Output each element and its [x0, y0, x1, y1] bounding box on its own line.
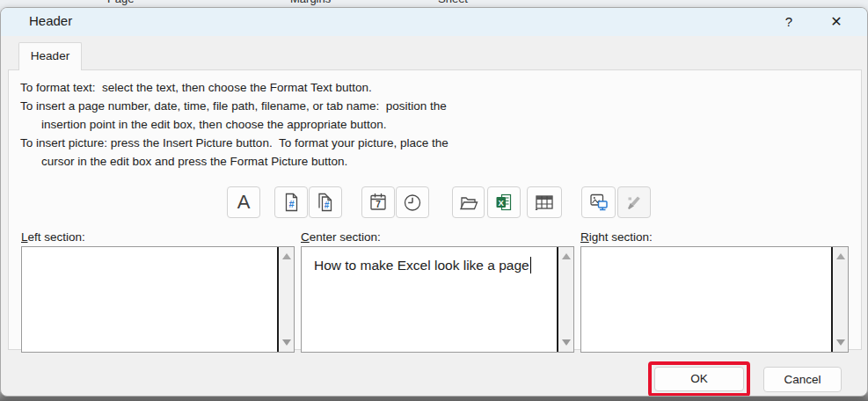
header-tab-panel: To format text: select the text, then ch…	[8, 69, 862, 350]
svg-text:7: 7	[376, 200, 381, 209]
insert-date-button[interactable]: 7	[361, 186, 395, 218]
svg-text:X: X	[499, 198, 505, 208]
picture-icon	[588, 192, 609, 213]
background-tab-fragment: Margins	[290, 0, 331, 5]
instruction-line: To format text: select the text, then ch…	[20, 78, 449, 97]
instruction-line: cursor in the edit box and press the For…	[20, 152, 449, 171]
format-picture-button[interactable]	[617, 186, 651, 218]
center-section-textarea[interactable]: How to make Excel look like a page	[301, 246, 574, 353]
instruction-line: insertion point in the edit box, then ch…	[20, 115, 449, 134]
insert-page-number-button[interactable]: #	[274, 186, 308, 218]
close-icon[interactable]: ✕	[824, 11, 849, 33]
scroll-down-icon[interactable]	[282, 339, 291, 346]
format-picture-brush-icon	[624, 192, 645, 213]
insert-file-path-button[interactable]	[452, 186, 485, 218]
left-section-textarea[interactable]	[21, 246, 295, 353]
instructions-text: To format text: select the text, then ch…	[20, 78, 449, 171]
left-section-label: Left section:	[21, 230, 85, 244]
scroll-down-icon[interactable]	[562, 339, 571, 346]
cancel-button[interactable]: Cancel	[763, 367, 842, 392]
center-section-label: Center section:	[301, 230, 381, 244]
center-scrollbar[interactable]	[558, 247, 573, 352]
insert-file-name-button[interactable]: X	[487, 186, 521, 218]
excel-file-icon: X	[493, 192, 514, 213]
instruction-line: To insert picture: press the Insert Pict…	[20, 134, 449, 152]
scroll-down-icon[interactable]	[836, 339, 845, 346]
insert-number-of-pages-button[interactable]: #	[309, 186, 342, 218]
screen: Page Margins Sheet Header ? ✕ Header To …	[0, 0, 868, 401]
center-section-text[interactable]: How to make Excel look like a page	[302, 247, 556, 352]
insert-picture-button[interactable]	[581, 186, 616, 218]
sheet-table-icon	[533, 192, 556, 213]
right-section-textarea[interactable]	[580, 246, 849, 353]
scroll-up-icon[interactable]	[282, 253, 291, 259]
text-caret	[530, 257, 532, 273]
file-path-icon	[458, 192, 479, 213]
insert-sheet-name-button[interactable]	[527, 186, 562, 218]
instruction-line: To insert a page number, date, time, fil…	[20, 97, 449, 115]
left-scrollbar[interactable]	[279, 247, 294, 352]
svg-text:#: #	[288, 199, 294, 209]
dialog-titlebar[interactable]: Header ? ✕	[1, 8, 867, 36]
help-icon[interactable]: ?	[777, 11, 801, 33]
scroll-up-icon[interactable]	[562, 253, 571, 259]
page-number-icon: #	[281, 192, 302, 213]
header-dialog: Header ? ✕ Header To format text: select…	[0, 7, 868, 397]
tab-header[interactable]: Header	[18, 42, 82, 70]
annotation-highlight-rectangle	[648, 361, 750, 397]
format-text-icon: A	[237, 191, 251, 214]
svg-text:#: #	[325, 200, 330, 210]
background-tab-fragment: Sheet	[438, 0, 468, 5]
dialog-title: Header	[29, 13, 72, 28]
right-section-label: Right section:	[580, 230, 653, 244]
background-tab-fragment: Page	[107, 0, 134, 5]
number-of-pages-icon: #	[315, 192, 336, 213]
format-text-button[interactable]: A	[227, 186, 260, 218]
clock-icon	[402, 192, 423, 213]
scroll-up-icon[interactable]	[836, 253, 845, 259]
right-section-text[interactable]	[581, 247, 830, 352]
left-section-text[interactable]	[22, 247, 276, 352]
insert-time-button[interactable]	[396, 186, 429, 218]
background-window-strip: Page Margins Sheet	[0, 0, 868, 7]
calendar-icon: 7	[368, 192, 389, 213]
right-scrollbar[interactable]	[833, 247, 848, 352]
